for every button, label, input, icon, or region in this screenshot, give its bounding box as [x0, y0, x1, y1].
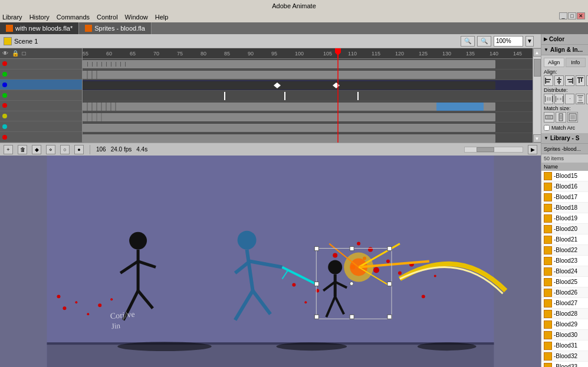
match-width-button[interactable]: [544, 112, 554, 123]
classic-tween-button[interactable]: ⋄: [46, 145, 55, 154]
layer-row-1[interactable]: [0, 59, 82, 70]
color-panel-header[interactable]: ▶ Color: [541, 34, 588, 45]
layer-panel-icons: 👁 🔒 □: [2, 50, 26, 57]
zoom-out-button[interactable]: 🔍: [461, 36, 475, 47]
svg-rect-128: [577, 103, 583, 103]
library-item-11[interactable]: -Blood26: [541, 287, 588, 298]
align-panel-header[interactable]: ▼ Align & In...: [541, 45, 588, 55]
align-right-button[interactable]: [565, 75, 574, 86]
svg-marker-15: [333, 82, 340, 88]
svg-point-80: [422, 295, 425, 298]
library-item-9[interactable]: -Blood24: [541, 266, 588, 277]
timeline-row-6[interactable]: [83, 112, 533, 123]
layer-row-4[interactable]: [0, 90, 82, 101]
color-panel-triangle: ▶: [544, 37, 547, 42]
layer-row-6[interactable]: [0, 111, 82, 122]
timeline-row-7[interactable]: [83, 123, 533, 133]
timeline-vscroll[interactable]: ▲ ▼: [533, 48, 541, 143]
timeline-ruler[interactable]: 55 60 65 70 75 80: [83, 48, 533, 59]
timeline-row-2[interactable]: [83, 70, 533, 80]
match-height-button[interactable]: [556, 112, 566, 123]
timeline-scroll-right[interactable]: ▶: [528, 145, 537, 154]
library-item-2[interactable]: -Blood17: [541, 192, 588, 203]
timeline-row-3[interactable]: [83, 80, 533, 91]
keyframe-button[interactable]: ●: [74, 145, 84, 154]
timeline-hscroll-thumb[interactable]: [477, 147, 494, 152]
svg-rect-137: [560, 115, 562, 120]
vscroll-down[interactable]: ▼: [533, 134, 541, 143]
svg-rect-89: [314, 247, 318, 251]
library-item-16[interactable]: -Blood31: [541, 340, 588, 351]
layer-row-8[interactable]: [0, 132, 82, 143]
info-tab[interactable]: Info: [566, 58, 586, 67]
library-item-0[interactable]: -Blood15: [541, 171, 588, 181]
menu-library[interactable]: Library: [2, 14, 22, 21]
lib-name-2: -Blood17: [554, 194, 577, 200]
library-item-8[interactable]: -Blood23: [541, 256, 588, 266]
svg-rect-123: [563, 96, 563, 102]
timeline-row-8[interactable]: [83, 133, 533, 143]
library-item-17[interactable]: -Blood32: [541, 351, 588, 362]
match-both-button[interactable]: [567, 112, 578, 123]
outline-all-icon[interactable]: □: [22, 50, 26, 57]
layer-row-2[interactable]: [0, 70, 82, 80]
library-item-1[interactable]: -Blood16: [541, 181, 588, 192]
library-item-7[interactable]: -Blood22: [541, 245, 588, 256]
menu-control[interactable]: Control: [97, 14, 117, 21]
library-item-12[interactable]: -Blood27: [541, 298, 588, 309]
tab-file2[interactable]: Sprites - blood.fla: [79, 22, 152, 34]
vscroll-thumb[interactable]: [534, 59, 541, 77]
layer-row-7[interactable]: [0, 121, 82, 132]
library-item-10[interactable]: -Blood25: [541, 277, 588, 287]
motion-tween-button[interactable]: ◆: [32, 145, 41, 154]
menu-window[interactable]: Window: [125, 14, 148, 21]
shape-tween-button[interactable]: ○: [60, 145, 70, 154]
match-size-row: [544, 112, 586, 123]
library-item-14[interactable]: -Blood29: [541, 319, 588, 330]
stage-area[interactable]: Corj/ve Jin: [0, 156, 541, 367]
library-item-13[interactable]: -Blood28: [541, 309, 588, 319]
svg-point-49: [238, 231, 257, 250]
dist-left-button[interactable]: [544, 94, 553, 104]
layer-row-3[interactable]: [0, 80, 82, 90]
svg-point-67: [398, 271, 402, 275]
restore-button[interactable]: □: [568, 12, 576, 19]
timeline-row-4[interactable]: [83, 91, 533, 101]
library-item-3[interactable]: -Blood18: [541, 203, 588, 213]
zoom-in-button[interactable]: 🔍: [477, 36, 491, 47]
align-center-h-button[interactable]: [554, 75, 564, 86]
match-arc-checkbox[interactable]: [544, 125, 550, 131]
timeline-row-1[interactable]: [83, 59, 533, 70]
align-top-button[interactable]: [576, 75, 585, 86]
minimize-button[interactable]: _: [559, 12, 567, 19]
lock-all-icon[interactable]: 🔒: [12, 50, 19, 57]
library-item-4[interactable]: -Blood19: [541, 213, 588, 224]
menu-commands[interactable]: Commands: [57, 14, 90, 21]
zoom-input[interactable]: 100%: [494, 36, 523, 47]
dist-center-h-button[interactable]: [554, 94, 564, 104]
library-item-15[interactable]: -Blood30: [541, 330, 588, 340]
zoom-dropdown-button[interactable]: ▼: [525, 36, 534, 47]
eye-all-icon[interactable]: 👁: [2, 50, 8, 57]
menu-help[interactable]: Help: [155, 14, 169, 21]
align-tab[interactable]: Align: [544, 58, 564, 67]
close-button[interactable]: ✕: [577, 12, 585, 19]
vscroll-up[interactable]: ▲: [533, 48, 541, 57]
lib-name-6: -Blood21: [554, 236, 577, 243]
library-item-6[interactable]: -Blood21: [541, 234, 588, 245]
stage-canvas: Corj/ve Jin: [0, 156, 541, 367]
dist-top-button[interactable]: [576, 94, 585, 104]
tab-file1[interactable]: with new bloods.fla*: [0, 22, 79, 34]
align-left-button[interactable]: [544, 75, 553, 86]
timeline-row-5[interactable]: [83, 101, 533, 112]
svg-point-56: [328, 260, 342, 275]
library-panel-header[interactable]: ▼ Library - S: [541, 133, 588, 144]
svg-point-85: [87, 313, 89, 315]
library-item-5[interactable]: -Blood20: [541, 224, 588, 234]
delete-layer-button[interactable]: 🗑: [18, 145, 27, 154]
dist-right-button[interactable]: [565, 94, 574, 104]
add-layer-button[interactable]: +: [4, 145, 13, 154]
layer-row-5[interactable]: [0, 101, 82, 111]
library-item-18[interactable]: -Blood33: [541, 362, 588, 367]
menu-history[interactable]: History: [29, 14, 50, 21]
